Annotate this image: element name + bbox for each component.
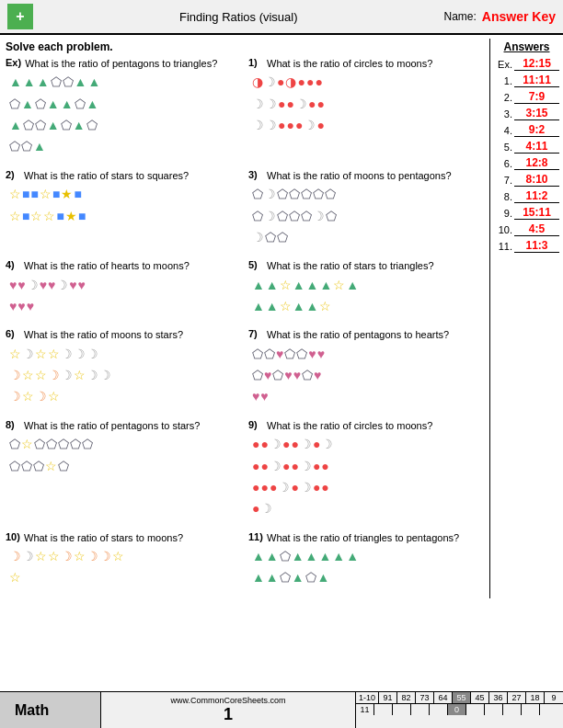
problem-8: 8) What is the ratio of pentagons to sta…	[6, 419, 241, 520]
score-27: 27	[508, 692, 526, 703]
score-0c	[411, 704, 430, 715]
answer-3-num: 3.	[494, 108, 512, 119]
problem-7-text: What is the ratio of pentagons to hearts…	[267, 328, 449, 341]
answer-11-val: 11:3	[525, 239, 547, 252]
answer-2: 2. 7:9	[494, 90, 559, 104]
problem-9-shapes: ●●☽●●☽●☽ ●●☽●●☽●● ●●●☽●☽●● ●☽	[248, 434, 484, 519]
problem-6-text: What is the ratio of moons to stars?	[24, 328, 183, 341]
footer-scores-bottom: 11 0	[356, 704, 563, 715]
page-title: Finding Ratios (visual)	[33, 10, 444, 24]
problem-8-shapes: ⬠☆⬠⬠⬠⬠⬠ ⬠⬠⬠☆⬠	[6, 434, 241, 476]
main-content: Solve each problem. Ex) What is the rati…	[0, 35, 563, 602]
problem-6-shapes: ☆☽☆☆☽☽☽ ☽☆☆☽☽☆☽☽ ☽☆☽☆	[6, 344, 241, 407]
problem-1-shapes: ◑☽●◑●●● ☽☽●●☽●● ☽☽●●●☽●	[248, 72, 484, 135]
problem-11-header: 11) What is the ratio of triangles to pe…	[248, 531, 484, 544]
answer-2-num: 2.	[494, 92, 512, 103]
problem-6-num: 6)	[6, 328, 20, 341]
website-label: www.CommonCoreSheets.com	[170, 696, 285, 705]
problem-7: 7) What is the ratio of pentagons to hea…	[248, 328, 484, 407]
answer-10-val: 4:5	[529, 222, 545, 235]
problem-4-header: 4) What is the ratio of hearts to moons?	[6, 259, 241, 272]
problem-4-shapes: ♥♥☽♥♥☽♥♥ ♥♥♥	[6, 275, 241, 317]
answer-11-line: 11:3	[514, 239, 559, 253]
problem-2-shapes: ☆■■☆■★■ ☆■☆☆■★■	[6, 184, 241, 226]
footer-center: www.CommonCoreSheets.com 1	[101, 692, 355, 728]
problem-ex-header: Ex) What is the ratio of pentagons to tr…	[6, 57, 241, 70]
answer-9: 9. 15:11	[494, 206, 559, 220]
problem-9-text: What is the ratio of circles to moons?	[267, 419, 432, 432]
answer-8: 8. 11:2	[494, 189, 559, 203]
problem-5-text: What is the ratio of stars to triangles?	[267, 259, 434, 272]
answer-8-num: 8.	[494, 191, 512, 202]
problem-8-num: 8)	[6, 419, 20, 432]
score-82: 82	[397, 692, 416, 703]
answer-11: 11. 11:3	[494, 239, 559, 253]
problem-7-header: 7) What is the ratio of pentagons to hea…	[248, 328, 484, 341]
answer-4-line: 9:2	[514, 123, 559, 137]
answer-10: 10. 4:5	[494, 222, 559, 236]
problem-9-num: 9)	[248, 419, 263, 432]
problem-1-header: 1) What is the ratio of circles to moons…	[248, 57, 484, 70]
score-0h	[503, 704, 522, 715]
answer-5-val: 4:11	[525, 140, 547, 153]
problem-1-text: What is the ratio of circles to moons?	[267, 57, 432, 70]
score-36: 36	[489, 692, 508, 703]
answer-1-line: 11:11	[514, 74, 559, 87]
problem-6-header: 6) What is the ratio of moons to stars?	[6, 328, 241, 341]
problem-ex-shapes: ▲▲▲⬠⬠▲▲ ⬠▲⬠▲▲⬠▲ ▲⬠⬠▲⬠▲⬠ ⬠⬠▲	[6, 72, 241, 157]
problem-7-num: 7)	[248, 328, 263, 341]
answer-4: 4. 9:2	[494, 123, 559, 137]
problem-10-shapes: ☽☽☆☆☽☆☽☽☆ ☆	[6, 546, 241, 588]
answer-ex-num: Ex.	[494, 59, 512, 70]
answer-4-val: 9:2	[529, 123, 545, 136]
problem-3-num: 3)	[248, 169, 263, 182]
score-0a	[374, 704, 393, 715]
problem-3: 3) What is the ratio of moons to pentago…	[248, 169, 484, 248]
answer-ex-val: 12:15	[523, 57, 551, 70]
answer-4-num: 4.	[494, 125, 512, 136]
problem-ex-num: Ex)	[6, 57, 21, 70]
answer-7-line: 8:10	[514, 173, 559, 187]
score-0j	[540, 704, 558, 715]
answer-5: 5. 4:11	[494, 140, 559, 154]
answer-3: 3. 3:15	[494, 107, 559, 120]
answer-6: 6. 12:8	[494, 156, 559, 170]
answer-9-val: 15:11	[523, 206, 551, 219]
problem-11: 11) What is the ratio of triangles to pe…	[248, 531, 484, 589]
score-0d	[430, 704, 448, 715]
score-64: 64	[434, 692, 453, 703]
score-0g	[485, 704, 503, 715]
problems-grid: Ex) What is the ratio of pentagons to tr…	[6, 57, 484, 597]
problem-2: 2) What is the ratio of stars to squares…	[6, 169, 241, 248]
solve-label: Solve each problem.	[6, 40, 484, 53]
answer-2-val: 7:9	[529, 90, 545, 103]
score-73: 73	[416, 692, 434, 703]
problem-11-shapes: ▲▲⬠▲▲▲▲▲ ▲▲⬠▲⬠▲	[248, 546, 484, 588]
name-label: Name:	[444, 10, 477, 23]
answer-5-num: 5.	[494, 142, 512, 153]
answer-7-num: 7.	[494, 175, 512, 186]
score-9: 9	[545, 692, 563, 703]
problem-1-num: 1)	[248, 57, 263, 70]
answer-ex: Ex. 12:15	[494, 57, 559, 71]
answer-1-val: 11:11	[523, 74, 551, 86]
answer-2-line: 7:9	[514, 90, 559, 104]
problem-6: 6) What is the ratio of moons to stars? …	[6, 328, 241, 407]
problem-9: 9) What is the ratio of circles to moons…	[248, 419, 484, 520]
problem-5-shapes: ▲▲☆▲▲▲☆▲ ▲▲☆▲▲☆	[248, 275, 484, 317]
answers-title: Answers	[494, 40, 559, 53]
score-label-1-10: 1-10	[356, 692, 379, 703]
problem-10-header: 10) What is the ratio of stars to moons?	[6, 531, 241, 544]
problem-3-shapes: ⬠☽⬠⬠⬠⬠⬠ ⬠☽⬠⬠⬠☽⬠ ☽⬠⬠	[248, 184, 484, 247]
answer-10-line: 4:5	[514, 222, 559, 236]
problem-5: 5) What is the ratio of stars to triangl…	[248, 259, 484, 317]
footer-scores-top: 1-10 91 82 73 64 55 45 36 27 18 9	[356, 692, 563, 704]
answer-3-line: 3:15	[514, 107, 559, 120]
footer-math-label: Math	[0, 692, 101, 728]
score-91: 91	[379, 692, 397, 703]
answers-sidebar: Answers Ex. 12:15 1. 11:11 2. 7:9	[489, 39, 563, 598]
problem-8-header: 8) What is the ratio of pentagons to sta…	[6, 419, 241, 432]
problem-1: 1) What is the ratio of circles to moons…	[248, 57, 484, 158]
score-0e: 0	[448, 704, 466, 715]
answer-7-val: 8:10	[525, 173, 547, 186]
